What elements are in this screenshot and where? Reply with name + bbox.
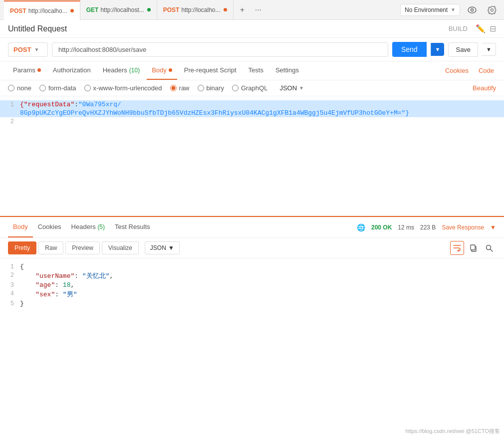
tab-body[interactable]: Body [147, 61, 177, 80]
code-colon: : [74, 101, 78, 108]
tab-post-1[interactable]: POST http://localho... [4, 0, 80, 20]
build-label: BUILD [449, 25, 468, 32]
tab-params-label: Params [13, 66, 35, 74]
radio-none[interactable] [8, 85, 14, 91]
tab-post-3[interactable]: POST http://localho... [157, 0, 234, 20]
svg-point-1 [471, 8, 474, 11]
resp-headers-badge: (5) [97, 223, 105, 230]
tab-actions: + ··· [236, 3, 265, 17]
radio-urlencoded[interactable] [84, 85, 91, 91]
view-preview-button[interactable]: Preview [65, 241, 100, 254]
url-input[interactable] [52, 42, 388, 57]
resp-line-1: 1 { [0, 262, 504, 271]
radio-raw[interactable] [170, 85, 177, 91]
resp-age-line: "age": 18, [20, 281, 74, 289]
radio-binary[interactable] [198, 85, 204, 91]
view-visualize-button[interactable]: Visualize [102, 241, 139, 254]
line-number-3: 2 [0, 118, 20, 125]
body-urlencoded-label: x-www-form-urlencoded [93, 84, 162, 92]
send-button[interactable]: Send [392, 42, 427, 57]
resp-body-label: Body [13, 223, 28, 230]
tab-headers[interactable]: Headers (10) [98, 61, 145, 80]
resp-sex-line: "sex": "男" [20, 290, 77, 299]
code-link[interactable]: Code [477, 62, 496, 79]
body-graphql-label: GraphQL [241, 84, 267, 92]
headers-badge: (10) [129, 67, 140, 74]
resp-tab-test-results[interactable]: Test Results [110, 217, 155, 237]
resp-tab-headers[interactable]: Headers (5) [66, 217, 110, 237]
response-time: 12 ms [398, 224, 414, 231]
radio-formdata[interactable] [39, 85, 46, 91]
resp-test-results-label: Test Results [115, 223, 150, 230]
more-tabs-button[interactable]: ··· [252, 3, 265, 17]
request-code-editor[interactable]: 1 {"requestData":"0Wa795xrq/ 8Gp9pUKZcYg… [0, 96, 504, 216]
resp-line-num-4: 4 [0, 290, 20, 297]
body-type-urlencoded[interactable]: x-www-form-urlencoded [84, 84, 162, 92]
method-select[interactable]: POST ▼ [8, 42, 48, 57]
tab-authorization-label: Authorization [53, 66, 91, 74]
env-label: No Environment [405, 6, 448, 13]
search-icon-button[interactable] [482, 241, 496, 255]
save-dropdown-button[interactable]: ▼ [482, 43, 496, 56]
save-button[interactable]: Save [448, 42, 478, 57]
add-tab-button[interactable]: + [236, 3, 250, 17]
resp-line-5: 5 } [0, 299, 504, 308]
resp-json-label: JSON [150, 244, 166, 251]
resp-line-num-5: 5 [0, 300, 20, 307]
chevron-down-icon: ▼ [451, 7, 456, 12]
globe-icon: 🌐 [357, 223, 365, 231]
body-type-graphql[interactable]: GraphQL [232, 84, 267, 92]
tab-settings[interactable]: Settings [270, 61, 304, 80]
tab-tests[interactable]: Tests [244, 61, 268, 80]
env-section: No Environment ▼ [400, 2, 500, 18]
cookies-link[interactable]: Cookies [443, 62, 471, 79]
json-format-select[interactable]: JSON ▼ [279, 84, 304, 92]
body-none-label: none [17, 84, 31, 92]
resp-val-username: "关忆北" [82, 272, 110, 280]
save-response-chevron[interactable]: ▼ [490, 224, 496, 231]
beautify-button[interactable]: Beautify [473, 84, 496, 92]
tab-dot-2 [147, 8, 151, 11]
body-type-raw[interactable]: raw [170, 84, 190, 92]
eye-icon-button[interactable] [464, 2, 480, 18]
resp-line-4: 4 "sex": "男" [0, 289, 504, 299]
settings-icon-button[interactable] [484, 2, 500, 18]
tab-authorization[interactable]: Authorization [48, 61, 96, 80]
layout-icon[interactable]: ⊟ [490, 24, 496, 33]
body-type-binary[interactable]: binary [198, 84, 224, 92]
tab-get-2[interactable]: GET http://localhost... [80, 0, 157, 20]
tab-dot-1 [70, 9, 74, 12]
radio-graphql[interactable] [232, 85, 239, 91]
view-raw-button[interactable]: Raw [38, 241, 63, 254]
code-key: {"requestData" [20, 101, 74, 108]
resp-tab-cookies[interactable]: Cookies [33, 217, 66, 237]
resp-tab-body[interactable]: Body [8, 217, 33, 237]
edit-icon[interactable]: ✏️ [476, 24, 486, 33]
copy-icon-button[interactable] [466, 241, 480, 255]
tab-prerequest[interactable]: Pre-request Script [179, 61, 242, 80]
view-pretty-button[interactable]: Pretty [8, 241, 36, 254]
resp-line-3: 3 "age": 18, [0, 281, 504, 289]
chevron-down-icon: ▼ [34, 47, 39, 52]
body-type-formdata[interactable]: form-data [39, 84, 76, 92]
tab-params[interactable]: Params [8, 61, 46, 80]
tab-settings-label: Settings [275, 66, 299, 74]
body-type-none[interactable]: none [8, 84, 31, 92]
response-format-select[interactable]: JSON ▼ [145, 241, 180, 254]
svg-line-6 [490, 249, 493, 251]
send-dropdown-button[interactable]: ▼ [431, 43, 445, 56]
tab-bar: POST http://localho... GET http://localh… [0, 0, 504, 20]
resp-line-num-3: 3 [0, 281, 20, 289]
tab-method-1: POST [10, 7, 26, 14]
resp-line-num-1: 1 [0, 263, 20, 270]
save-response-button[interactable]: Save Response [442, 224, 484, 231]
resp-key-username: "userName" [35, 272, 74, 280]
response-status: 🌐 200 OK 12 ms 223 B Save Response ▼ [357, 223, 496, 231]
request-header: Untitled Request BUILD ✏️ ⊟ [0, 20, 504, 38]
url-bar: POST ▼ Send ▼ Save ▼ [0, 38, 504, 61]
environment-select[interactable]: No Environment ▼ [400, 4, 460, 16]
tab-dot-3 [224, 8, 227, 11]
wrap-icon-button[interactable] [450, 241, 464, 255]
code-continuation: 8Gp9pUKZcYgEOPreQvHXZJYhWoNH9bbuSfbTDjb6… [20, 109, 409, 117]
resp-key-sex: "sex" [35, 291, 55, 298]
